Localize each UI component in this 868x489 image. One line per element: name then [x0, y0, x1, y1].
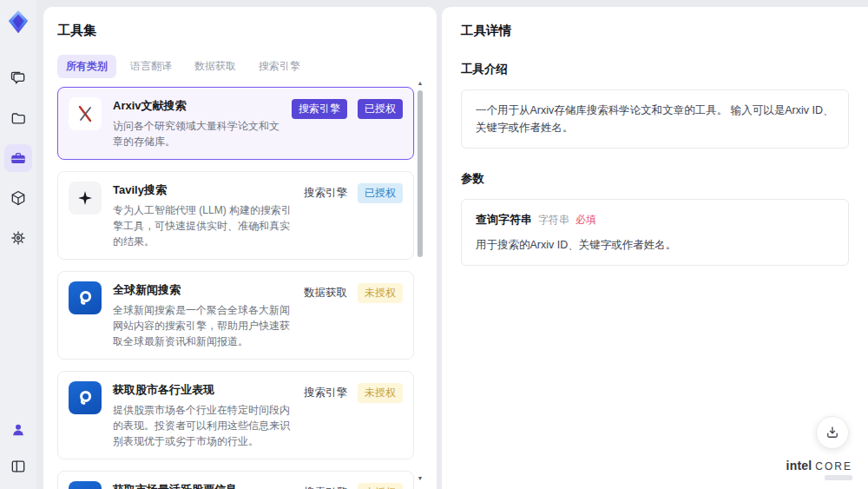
brand-core-text: core [815, 460, 852, 472]
status-badge: 已授权 [358, 99, 403, 119]
tool-name: 获取股市各行业表现 [113, 382, 295, 398]
params-heading: 参数 [461, 171, 849, 187]
tab-search-engine[interactable]: 搜索引擎 [250, 55, 309, 78]
category-label: 数据获取 [304, 286, 347, 301]
tool-card-active-stocks[interactable]: 获取市场最活跃股票信息 提供当天交易量最高的股票列表，投资者可以利用这些信息来识… [57, 471, 414, 489]
app-logo-icon[interactable] [5, 9, 31, 35]
tool-name: 全球新闻搜索 [113, 282, 295, 298]
scroll-down-icon[interactable]: ▼ [417, 475, 424, 482]
tool-name: Tavily搜索 [113, 182, 295, 198]
tavily-sparkle-icon [69, 182, 102, 215]
tab-all-categories[interactable]: 所有类别 [57, 55, 116, 78]
chat-icon[interactable] [4, 64, 32, 92]
tool-list: Arxiv文献搜索 访问各个研究领域大量科学论文和文章的存储库。 搜索引擎 已授… [57, 87, 414, 489]
scroll-up-icon[interactable]: ▲ [417, 80, 424, 87]
param-type: 字符串 [538, 212, 569, 228]
main-area: 工具集 所有类别 语言翻译 数据获取 搜索引擎 Arxiv文献搜索 访问各个研究… [36, 0, 868, 489]
user-icon[interactable] [4, 416, 32, 444]
arxiv-icon [69, 97, 102, 130]
detail-title: 工具详情 [461, 23, 849, 39]
tool-card-global-news[interactable]: 全球新闻搜索 全球新闻搜索是一个聚合全球各大新闻网站内容的搜索引擎，帮助用户快速… [57, 271, 414, 360]
status-badge: 未授权 [358, 283, 403, 303]
param-box: 查询字符串 字符串 必填 用于搜索的Arxiv ID、关键字或作者姓名。 [461, 199, 849, 266]
scrollbar-thumb[interactable] [418, 90, 423, 257]
intro-box: 一个用于从Arxiv存储库搜索科学论文和文章的工具。 输入可以是Arxiv ID… [461, 89, 849, 149]
category-tabs: 所有类别 语言翻译 数据获取 搜索引擎 [57, 55, 414, 78]
intel-core-logo: intel core [786, 459, 852, 480]
left-rail [0, 0, 36, 489]
market-search-icon [69, 481, 102, 489]
intro-heading: 工具介绍 [461, 62, 849, 77]
status-badge: 未授权 [358, 383, 403, 403]
download-icon [825, 425, 840, 440]
tool-card-sector-performance[interactable]: 获取股市各行业表现 提供股票市场各个行业在特定时间段内的表现。投资者可以利用这些… [57, 371, 414, 459]
tool-name: Arxiv文献搜索 [113, 98, 283, 114]
panel-toggle-icon[interactable] [4, 453, 32, 480]
toolset-panel: 工具集 所有类别 语言翻译 数据获取 搜索引擎 Arxiv文献搜索 访问各个研究… [43, 7, 437, 489]
param-name: 查询字符串 [476, 211, 532, 229]
brand-sub-mark [825, 475, 852, 480]
status-badge: 已授权 [358, 183, 403, 203]
brand-intel-text: intel [786, 459, 812, 472]
tool-description: 访问各个研究领域大量科学论文和文章的存储库。 [113, 118, 283, 149]
tool-card-arxiv[interactable]: Arxiv文献搜索 访问各个研究领域大量科学论文和文章的存储库。 搜索引擎 已授… [57, 87, 414, 160]
tool-description: 提供股票市场各个行业在特定时间段内的表现。投资者可以利用这些信息来识别表现优于或… [113, 402, 295, 449]
tab-data-acquisition[interactable]: 数据获取 [186, 55, 245, 78]
param-description: 用于搜索的Arxiv ID、关键字或作者姓名。 [476, 236, 834, 254]
tool-description: 专为人工智能代理 (LLM) 构建的搜索引擎工具，可快速提供实时、准确和真实的结… [113, 202, 295, 249]
status-badge: 未授权 [358, 483, 403, 489]
download-button[interactable] [816, 416, 849, 449]
tool-name: 获取市场最活跃股票信息 [113, 482, 295, 489]
tool-description: 全球新闻搜索是一个聚合全球各大新闻网站内容的搜索引擎，帮助用户快速获取全球最新资… [113, 302, 295, 349]
folder-icon[interactable] [4, 104, 32, 132]
category-badge: 搜索引擎 [292, 99, 347, 119]
category-label: 搜索引擎 [304, 486, 347, 489]
cube-icon[interactable] [4, 184, 32, 212]
list-scrollbar[interactable]: ▲ ▼ [417, 80, 424, 482]
tab-language-translation[interactable]: 语言翻译 [122, 55, 181, 78]
settings-gear-icon[interactable] [4, 224, 32, 252]
param-required-badge: 必填 [575, 212, 596, 228]
category-label: 搜索引擎 [304, 386, 347, 400]
toolbox-icon[interactable] [4, 144, 32, 172]
news-search-icon [69, 281, 102, 314]
market-search-icon [69, 381, 102, 414]
page-title: 工具集 [57, 23, 414, 39]
category-label: 搜索引擎 [304, 186, 347, 201]
tool-detail-panel: 工具详情 工具介绍 一个用于从Arxiv存储库搜索科学论文和文章的工具。 输入可… [442, 7, 868, 489]
tool-card-tavily[interactable]: Tavily搜索 专为人工智能代理 (LLM) 构建的搜索引擎工具，可快速提供实… [57, 171, 414, 260]
